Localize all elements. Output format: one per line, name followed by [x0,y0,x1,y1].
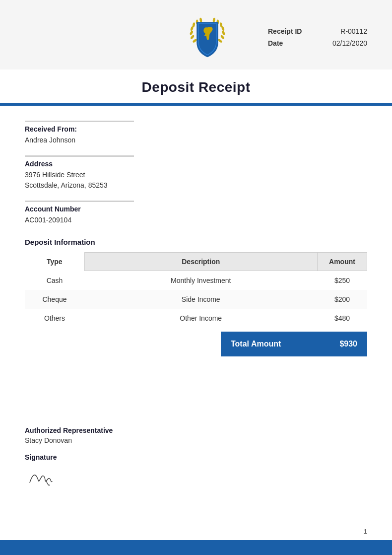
deposit-table: Type Description Amount Cash Monthly Inv… [25,252,367,328]
account-number-label: Account Number [25,205,367,213]
signature-image [25,465,69,490]
cell-description: Other Income [84,309,318,328]
svg-point-6 [199,17,202,22]
receipt-meta: Receipt ID R-00112 Date 02/12/2020 [268,27,367,47]
table-row: Cheque Side Income $200 [25,290,367,309]
received-from-label: Received From: [25,125,367,133]
table-row: Cash Monthly Investment $250 [25,271,367,290]
cell-description: Monthly Investment [84,271,318,290]
divider-account [25,201,134,202]
header-section: Receipt ID R-00112 Date 02/12/2020 [0,0,392,69]
title-section: Deposit Receipt [0,69,392,103]
svg-point-13 [212,17,215,22]
svg-point-1 [190,34,195,39]
signature-section: Authorized Representative Stacy Donovan … [0,412,392,500]
divider-received [25,121,134,122]
cell-amount: $250 [318,271,367,290]
total-row: Total Amount $930 [25,332,367,356]
table-header-row: Type Description Amount [25,253,367,271]
address-group: Address 3976 Hillside Street Scottsdale,… [25,155,367,191]
svg-point-2 [189,30,194,36]
footer-bar [0,540,392,555]
date-label: Date [268,39,283,47]
svg-point-9 [221,30,225,36]
page-title: Deposit Receipt [0,79,392,95]
account-number-group: Account Number AC001-209104 [25,201,367,225]
receipt-id-row: Receipt ID R-00112 [268,27,367,35]
receipt-id-label: Receipt ID [268,27,302,35]
date-value: 02/12/2020 [332,39,367,47]
svg-point-8 [220,34,225,39]
table-row: Others Other Income $480 [25,309,367,328]
date-row: Date 02/12/2020 [268,39,367,47]
company-logo [185,15,230,60]
page: Receipt ID R-00112 Date 02/12/2020 Depos… [0,0,392,555]
cell-type: Cash [25,271,84,290]
cell-type: Cheque [25,290,84,309]
logo-container [146,15,268,60]
col-description-header: Description [84,253,318,271]
page-number: 1 [364,528,367,535]
address-label: Address [25,160,367,168]
svg-point-7 [217,38,222,43]
total-value: $930 [339,340,357,348]
cell-amount: $480 [318,309,367,328]
total-box: Total Amount $930 [221,332,367,356]
address-line2: Scottsdale, Arizona, 85253 [25,180,367,191]
cell-amount: $200 [318,290,367,309]
svg-point-0 [192,38,197,43]
deposit-info-title: Deposit Information [25,238,367,246]
authorized-rep-value: Stacy Donovan [25,436,367,444]
signature-label: Signature [25,453,367,461]
receipt-id-value: R-00112 [340,27,367,35]
authorized-rep-label: Authorized Representative [25,426,367,434]
received-from-value: Andrea Johnson [25,135,367,145]
col-type-header: Type [25,253,84,271]
content-section: Received From: Andrea Johnson Address 39… [0,106,392,412]
cell-description: Side Income [84,290,318,309]
divider-address [25,155,134,157]
cell-type: Others [25,309,84,328]
address-line1: 3976 Hillside Street [25,170,367,180]
col-amount-header: Amount [318,253,367,271]
account-number-value: AC001-209104 [25,215,367,225]
received-from-group: Received From: Andrea Johnson [25,121,367,145]
total-label: Total Amount [231,340,281,348]
